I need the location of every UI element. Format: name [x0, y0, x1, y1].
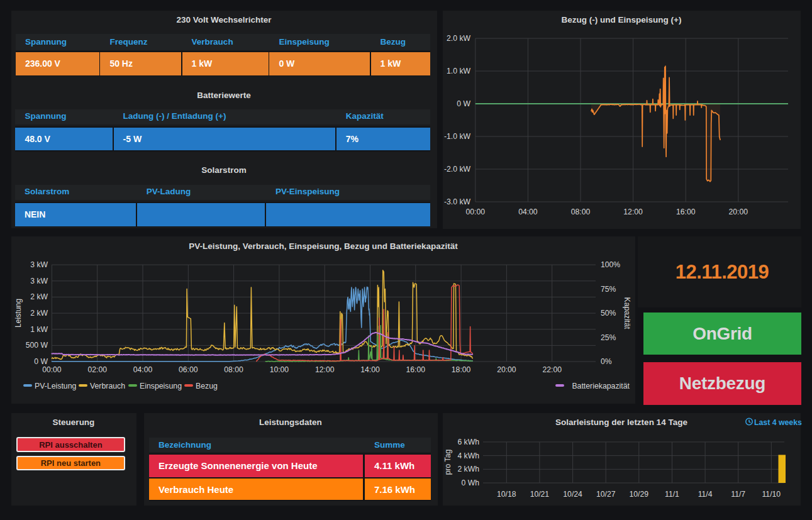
svg-text:11/1: 11/1 [665, 490, 679, 499]
svg-text:Batteriekapazität: Batteriekapazität [572, 382, 630, 390]
svg-text:1 kW: 1 kW [30, 325, 48, 334]
svg-text:6 kWh: 6 kWh [457, 438, 479, 446]
svg-text:-3.0 kW: -3.0 kW [444, 197, 470, 206]
svg-text:10/21: 10/21 [530, 490, 550, 499]
svg-text:0 W: 0 W [457, 99, 470, 108]
svg-text:08:00: 08:00 [224, 365, 243, 374]
svg-text:02:00: 02:00 [87, 365, 107, 374]
svg-text:0 Wh: 0 Wh [462, 479, 479, 487]
svg-text:3 kW: 3 kW [30, 277, 48, 285]
svg-text:Kapazität: Kapazität [623, 297, 631, 329]
svg-text:00:00: 00:00 [466, 207, 486, 216]
svg-text:0 W: 0 W [34, 357, 48, 366]
svg-text:4 kWh: 4 kWh [457, 451, 479, 460]
svg-text:10/18: 10/18 [497, 490, 516, 499]
svg-text:3 kW: 3 kW [30, 260, 48, 269]
svg-text:10/29: 10/29 [630, 490, 649, 499]
svg-text:16:00: 16:00 [406, 365, 426, 374]
svg-text:2.0 kW: 2.0 kW [447, 34, 470, 43]
svg-text:2 kW: 2 kW [30, 292, 48, 301]
svg-text:08:00: 08:00 [571, 207, 591, 216]
svg-text:20:00: 20:00 [729, 207, 748, 216]
svg-text:0%: 0% [601, 357, 612, 366]
svg-text:Verbrauch: Verbrauch [90, 382, 125, 390]
svg-text:1.0 kW: 1.0 kW [447, 67, 470, 75]
svg-text:16:00: 16:00 [676, 207, 696, 216]
svg-text:10:00: 10:00 [270, 365, 289, 374]
svg-text:Bezug: Bezug [196, 382, 218, 390]
svg-text:pro Tag: pro Tag [443, 450, 452, 475]
svg-text:04:00: 04:00 [133, 365, 153, 374]
svg-text:100%: 100% [601, 260, 620, 269]
svg-text:20:00: 20:00 [497, 365, 516, 374]
svg-text:22:00: 22:00 [542, 365, 562, 374]
svg-text:12:00: 12:00 [623, 207, 643, 216]
svg-text:00:00: 00:00 [42, 365, 62, 374]
svg-text:-1.0 kW: -1.0 kW [444, 132, 470, 141]
svg-text:10/27: 10/27 [596, 490, 616, 499]
svg-text:2 kWh: 2 kWh [457, 465, 479, 473]
svg-text:25%: 25% [601, 333, 616, 342]
svg-text:04:00: 04:00 [518, 207, 538, 216]
svg-text:50%: 50% [601, 309, 616, 318]
svg-text:Leistung: Leistung [14, 299, 23, 328]
svg-text:06:00: 06:00 [179, 365, 198, 374]
svg-text:500 W: 500 W [26, 341, 48, 350]
svg-text:PV-Leistung: PV-Leistung [35, 382, 76, 390]
svg-text:11/10: 11/10 [762, 490, 781, 499]
svg-text:-2.0 kW: -2.0 kW [444, 165, 470, 174]
svg-text:75%: 75% [601, 285, 616, 294]
svg-text:11/7: 11/7 [731, 490, 745, 499]
svg-text:18:00: 18:00 [452, 365, 471, 374]
svg-text:2 kW: 2 kW [30, 309, 48, 318]
svg-text:12:00: 12:00 [315, 365, 335, 374]
svg-text:Einspeisung: Einspeisung [140, 382, 182, 390]
svg-text:11/4: 11/4 [698, 490, 713, 499]
svg-text:10/24: 10/24 [563, 490, 582, 499]
svg-text:14:00: 14:00 [360, 365, 380, 374]
